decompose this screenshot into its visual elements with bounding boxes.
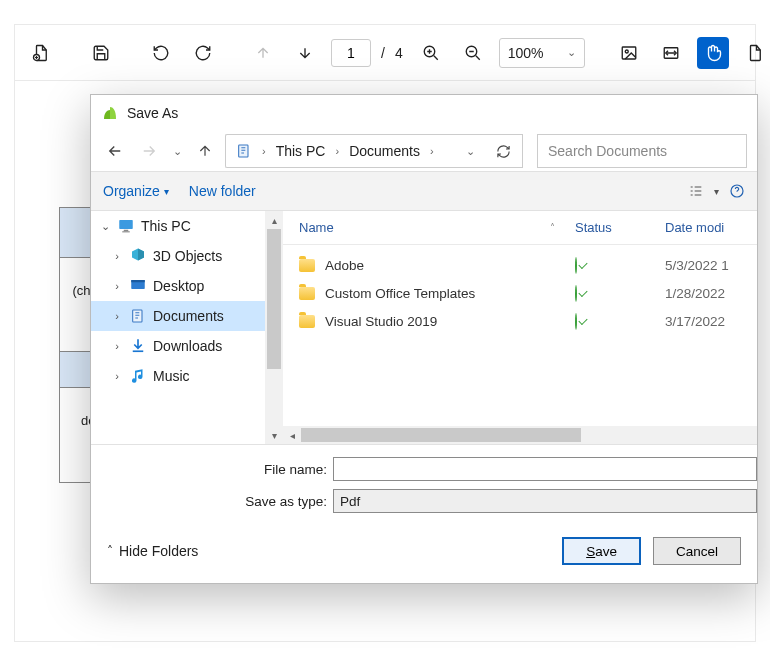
new-page-button[interactable] <box>739 37 770 69</box>
help-button[interactable] <box>729 183 745 199</box>
scroll-down-arrow[interactable]: ▾ <box>265 426 283 444</box>
caret-right-icon: › <box>111 280 123 292</box>
folder-type-icon <box>129 247 147 265</box>
save-as-type-dropdown[interactable]: Pdf <box>333 489 757 513</box>
tree-item-documents[interactable]: ›Documents <box>91 301 265 331</box>
file-date: 5/3/2022 1 <box>665 258 757 273</box>
chevron-right-icon: › <box>430 145 434 157</box>
tree-item-label: Music <box>153 368 190 384</box>
app-logo-icon <box>101 104 119 122</box>
image-tool-button[interactable] <box>613 37 645 69</box>
search-input[interactable]: Search Documents <box>537 134 747 168</box>
breadcrumb-documents[interactable]: Documents <box>343 138 426 164</box>
svg-rect-10 <box>122 231 130 232</box>
scroll-up-arrow[interactable]: ▴ <box>265 211 283 229</box>
cancel-button[interactable]: Cancel <box>653 537 741 565</box>
next-page-button[interactable] <box>289 37 321 69</box>
tree-item-label: Downloads <box>153 338 222 354</box>
hand-tool-button[interactable] <box>697 37 729 69</box>
dialog-titlebar: Save As <box>91 95 757 131</box>
caret-right-icon: › <box>111 340 123 352</box>
folder-icon <box>299 315 315 328</box>
sort-indicator-icon: ˄ <box>550 222 555 233</box>
file-list-panel: Name ˄ Status Date modi Adobe5/3/2022 1C… <box>283 211 757 444</box>
tree-item-label: Documents <box>153 308 224 324</box>
tree-item-this-pc[interactable]: ⌄ This PC <box>91 211 265 241</box>
chevron-up-icon: ˄ <box>107 544 113 558</box>
file-list-header: Name ˄ Status Date modi <box>283 211 757 245</box>
chevron-right-icon: › <box>335 145 339 157</box>
nav-up-button[interactable] <box>191 137 219 165</box>
open-file-button[interactable] <box>25 37 57 69</box>
folder-type-icon <box>129 337 147 355</box>
zoom-out-button[interactable] <box>457 37 489 69</box>
scroll-thumb[interactable] <box>267 229 281 369</box>
breadcrumb-root-icon[interactable] <box>230 138 258 164</box>
pdf-viewer-toolbar: / 4 100% ⌄ <box>15 25 755 81</box>
organize-dropdown[interactable]: Organize ▾ <box>103 183 169 199</box>
file-row[interactable]: Visual Studio 20193/17/2022 <box>283 307 757 335</box>
zoom-value: 100% <box>508 45 544 61</box>
page-total: 4 <box>395 45 403 61</box>
file-row[interactable]: Custom Office Templates1/28/2022 <box>283 279 757 307</box>
tree-item-downloads[interactable]: ›Downloads <box>91 331 265 361</box>
chevron-down-icon: ⌄ <box>567 46 576 59</box>
redo-button[interactable] <box>187 37 219 69</box>
breadcrumb-this-pc[interactable]: This PC <box>270 138 332 164</box>
undo-button[interactable] <box>145 37 177 69</box>
page-number-input[interactable] <box>331 39 371 67</box>
refresh-button[interactable] <box>485 134 523 168</box>
save-button-toolbar[interactable] <box>85 37 117 69</box>
chevron-right-icon: › <box>262 145 266 157</box>
tree-item-label: 3D Objects <box>153 248 222 264</box>
scroll-left-arrow[interactable]: ◂ <box>283 426 301 444</box>
hide-folders-label: Hide Folders <box>119 543 198 559</box>
column-status-header[interactable]: Status <box>575 220 665 235</box>
breadcrumb-history-dropdown[interactable]: ⌄ <box>460 138 481 164</box>
nav-recent-dropdown[interactable]: ⌄ <box>169 137 185 165</box>
page-separator: / <box>381 45 385 61</box>
folder-type-icon <box>129 307 147 325</box>
tree-item-desktop[interactable]: ›Desktop <box>91 271 265 301</box>
new-folder-button[interactable]: New folder <box>189 183 256 199</box>
svg-rect-12 <box>131 280 145 282</box>
folder-icon <box>299 259 315 272</box>
fit-width-button[interactable] <box>655 37 687 69</box>
sidebar-scrollbar[interactable]: ▴ ▾ <box>265 211 283 444</box>
prev-page-button[interactable] <box>247 37 279 69</box>
filename-input[interactable] <box>333 457 757 481</box>
zoom-dropdown[interactable]: 100% ⌄ <box>499 38 585 68</box>
monitor-icon <box>117 217 135 235</box>
status-ok-icon <box>575 257 577 274</box>
file-date: 1/28/2022 <box>665 286 757 301</box>
dialog-footer: ˄ Hide Folders Save Cancel <box>91 519 757 583</box>
tree-item-3d-objects[interactable]: ›3D Objects <box>91 241 265 271</box>
file-row[interactable]: Adobe5/3/2022 1 <box>283 251 757 279</box>
tree-item-label: Desktop <box>153 278 204 294</box>
dialog-form-area: File name: Save as type: Pdf <box>91 444 757 519</box>
view-mode-button[interactable] <box>688 183 704 199</box>
scroll-thumb[interactable] <box>301 428 581 442</box>
svg-rect-13 <box>133 310 142 322</box>
folder-type-icon <box>129 277 147 295</box>
column-name-header[interactable]: Name <box>299 220 334 235</box>
nav-back-button[interactable] <box>101 137 129 165</box>
view-mode-dropdown[interactable]: ▾ <box>714 186 719 197</box>
zoom-in-button[interactable] <box>415 37 447 69</box>
tree-item-music[interactable]: ›Music <box>91 361 265 391</box>
nav-forward-button[interactable] <box>135 137 163 165</box>
column-date-header[interactable]: Date modi <box>665 220 757 235</box>
caret-right-icon: › <box>111 310 123 322</box>
dialog-command-bar: Organize ▾ New folder ▾ <box>91 171 757 211</box>
file-list-horizontal-scrollbar[interactable]: ◂ <box>283 426 757 444</box>
svg-rect-6 <box>239 145 248 157</box>
filename-label: File name: <box>91 462 333 477</box>
breadcrumb-bar[interactable]: › This PC › Documents › ⌄ <box>225 134 485 168</box>
file-name: Visual Studio 2019 <box>325 314 437 329</box>
svg-point-4 <box>625 50 628 53</box>
save-button[interactable]: Save <box>562 537 641 565</box>
tree-item-label: This PC <box>141 218 191 234</box>
caret-right-icon: › <box>111 370 123 382</box>
status-ok-icon <box>575 313 577 330</box>
hide-folders-toggle[interactable]: ˄ Hide Folders <box>107 543 198 559</box>
